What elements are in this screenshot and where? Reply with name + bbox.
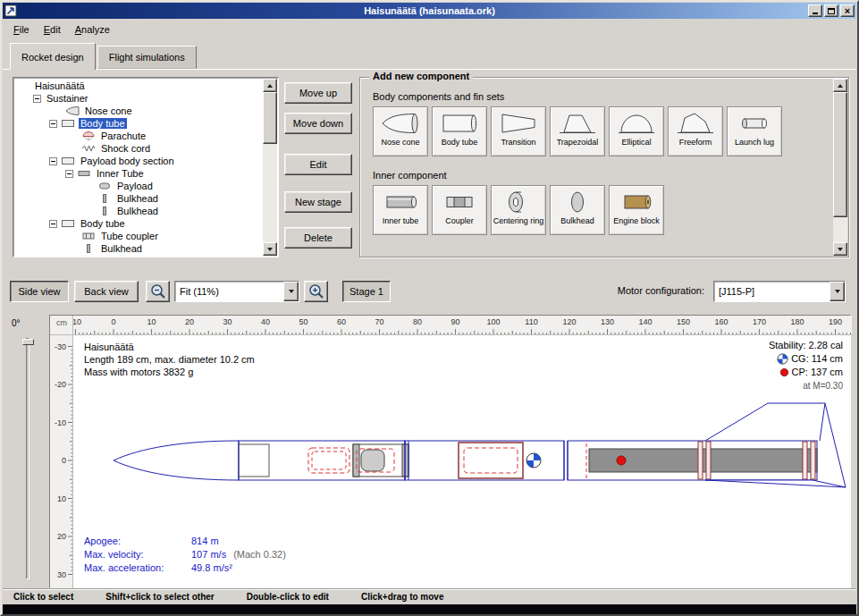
- coupler-inner-dashed[interactable]: [464, 448, 518, 473]
- centering-ring-shape[interactable]: [706, 442, 711, 479]
- tree-item-shock-cord[interactable]: Shock cord: [15, 142, 262, 155]
- collapse-icon[interactable]: [49, 120, 57, 128]
- payload-shape[interactable]: [361, 450, 384, 471]
- svg-text:80: 80: [413, 317, 422, 326]
- centering-ring-icon: [499, 189, 538, 215]
- tree-item-body-tube[interactable]: Body tube: [15, 117, 262, 130]
- component-tree[interactable]: HaisunäätäSustainerNose coneBody tubePar…: [13, 77, 279, 257]
- scrollbar-thumb[interactable]: [833, 92, 847, 217]
- minimize-button[interactable]: [808, 4, 822, 17]
- coupler-icon: [81, 231, 96, 241]
- tree-item-inner-tube[interactable]: Inner Tube: [15, 167, 262, 180]
- menu-item-edit[interactable]: Edit: [37, 21, 68, 38]
- tree-item-tube-coupler[interactable]: Tube coupler: [15, 230, 262, 242]
- cg-icon: [777, 353, 788, 365]
- scroll-down-button[interactable]: [833, 242, 847, 256]
- move-down-button[interactable]: Move down: [284, 113, 352, 134]
- stability-label: Stability:: [769, 339, 806, 352]
- maximize-button[interactable]: [824, 4, 838, 17]
- tree-item-label: Haisunäätä: [33, 80, 87, 91]
- add-body-tube-button[interactable]: Body tube: [432, 106, 487, 156]
- svg-text:50: 50: [299, 317, 307, 326]
- scroll-up-button[interactable]: [833, 79, 847, 92]
- zoom-in-button[interactable]: [304, 281, 328, 302]
- motor-configuration-label: Motor configuration:: [618, 285, 704, 296]
- fin-projection-shape[interactable]: [705, 480, 846, 487]
- component-groups: Body components and fin setsNose coneBod…: [360, 91, 848, 235]
- tree-item-bulkhead[interactable]: Bulkhead: [15, 242, 262, 255]
- tree-item-payload-body-section[interactable]: Payload body section: [15, 155, 262, 167]
- add-centering-ring-button[interactable]: Centering ring: [491, 185, 546, 235]
- tree-item-bulkhead[interactable]: Bulkhead: [15, 205, 262, 217]
- rotation-slider[interactable]: [26, 338, 29, 579]
- svg-text:-30: -30: [55, 342, 66, 351]
- add-freeform-button[interactable]: Freeform: [668, 106, 723, 156]
- centering-ring-shape[interactable]: [803, 442, 807, 479]
- zoom-out-icon: [149, 283, 167, 300]
- add-engine-block-button[interactable]: Engine block: [609, 185, 664, 235]
- collapse-icon[interactable]: [65, 170, 73, 178]
- tree-item-nose-cone[interactable]: Nose cone: [15, 105, 262, 117]
- add-transition-button[interactable]: Transition: [491, 106, 546, 156]
- close-button[interactable]: ×: [840, 4, 855, 17]
- parachute-inner-shape[interactable]: [312, 451, 346, 469]
- svg-text:170: 170: [753, 317, 766, 326]
- rotation-slider-handle[interactable]: [22, 339, 34, 345]
- tab-flight-simulations[interactable]: Flight simulations: [97, 46, 197, 69]
- tree-item-label: Payload body section: [79, 156, 176, 166]
- scrollbar-thumb[interactable]: [263, 92, 277, 144]
- rocket-draw-area[interactable]: Haisunäätä Length 189 cm, max. diameter …: [73, 335, 850, 587]
- nose-shoulder-shape[interactable]: [239, 444, 269, 477]
- tab-rocket-design[interactable]: Rocket design: [10, 43, 96, 70]
- side-view-button[interactable]: Side view: [10, 281, 69, 302]
- add-elliptical-button[interactable]: Elliptical: [609, 106, 664, 156]
- add-inner-tube-button[interactable]: Inner tube: [373, 185, 428, 235]
- new-stage-button[interactable]: New stage: [284, 191, 352, 213]
- scrollbar-track[interactable]: [833, 92, 847, 242]
- component-scrollbar[interactable]: [833, 79, 847, 256]
- centering-ring-shape[interactable]: [811, 442, 815, 479]
- dropdown-arrow-icon[interactable]: [283, 282, 299, 301]
- nose-cone-shape[interactable]: [114, 441, 239, 480]
- dropdown-arrow-icon[interactable]: [830, 282, 845, 301]
- scrollbar-track[interactable]: [263, 92, 277, 242]
- menu-item-analyze[interactable]: Analyze: [68, 21, 117, 38]
- tree-item-haisun-t[interactable]: Haisunäätä: [15, 80, 262, 92]
- scroll-up-button[interactable]: [263, 79, 277, 92]
- menu-item-file[interactable]: File: [6, 21, 37, 38]
- trapezoidal-icon: [558, 110, 597, 137]
- fin-shape[interactable]: [705, 403, 846, 487]
- add-bulkhead-button[interactable]: Bulkhead: [550, 185, 605, 235]
- zoom-level-select[interactable]: Fit (11%): [174, 281, 299, 302]
- edit-button[interactable]: Edit: [284, 154, 352, 175]
- add-coupler-button[interactable]: Coupler: [432, 185, 487, 235]
- motor-configuration-select[interactable]: [J115-P]: [713, 281, 846, 302]
- tree-item-bulkhead[interactable]: Bulkhead: [15, 192, 262, 205]
- titlebar[interactable]: Haisunäätä (haisunaata.ork) ×: [3, 3, 856, 19]
- add-trapezoidal-button[interactable]: Trapezoidal: [550, 106, 605, 156]
- tree-item-label: Bulkhead: [115, 206, 160, 216]
- flight-stat-label: Max. velocity:: [84, 548, 191, 561]
- move-up-button[interactable]: Move up: [284, 82, 352, 104]
- collapse-icon[interactable]: [49, 157, 57, 165]
- scroll-down-button[interactable]: [263, 242, 277, 256]
- tree-item-sustainer[interactable]: Sustainer: [15, 92, 262, 105]
- collapse-icon[interactable]: [49, 220, 57, 228]
- tree-item-payload[interactable]: Payload: [15, 180, 262, 192]
- add-launch-lug-button[interactable]: Launch lug: [727, 106, 782, 156]
- arrow-up-icon: [267, 84, 273, 88]
- statusbar-hint: Click+drag to move: [361, 592, 444, 602]
- add-nose-cone-button[interactable]: Nose cone: [373, 106, 428, 156]
- centering-ring-shape[interactable]: [698, 442, 703, 479]
- stage-1-toggle[interactable]: Stage 1: [342, 281, 391, 302]
- collapse-icon[interactable]: [33, 95, 41, 103]
- zoom-out-button[interactable]: [146, 281, 170, 302]
- rocket-canvas[interactable]: cm -100102030405060708090100110120130140…: [49, 315, 851, 588]
- tree-scrollbar[interactable]: [263, 79, 277, 256]
- statusbar-hint: Double-click to edit: [247, 592, 329, 602]
- body-tube-icon: [61, 218, 75, 229]
- tree-item-parachute[interactable]: Parachute: [15, 130, 262, 142]
- delete-button[interactable]: Delete: [284, 227, 352, 249]
- tree-item-body-tube[interactable]: Body tube: [15, 217, 262, 230]
- back-view-button[interactable]: Back view: [74, 281, 139, 302]
